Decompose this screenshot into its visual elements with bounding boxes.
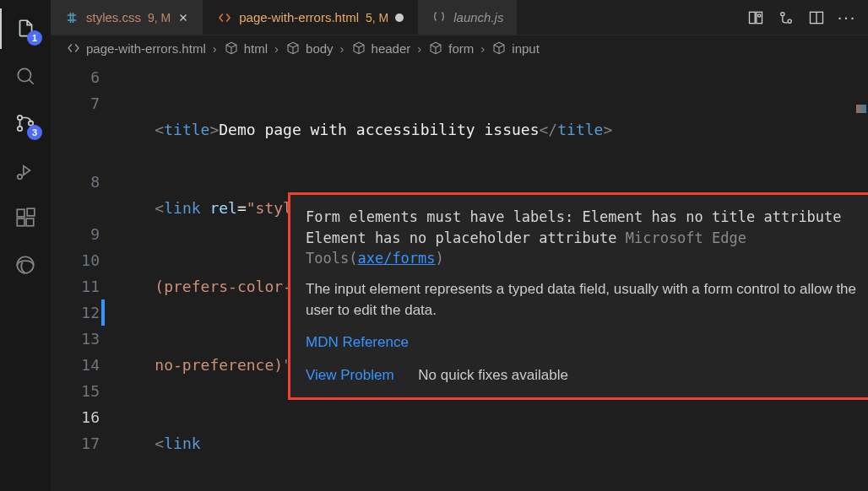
close-icon[interactable] [177, 12, 189, 24]
tab-status: 5, M [366, 11, 388, 24]
svg-rect-10 [27, 208, 35, 216]
t: > [209, 121, 219, 138]
activity-run-debug[interactable] [5, 150, 46, 191]
activity-search[interactable] [5, 56, 46, 96]
breadcrumb-label: page-with-errors.html [86, 41, 206, 56]
line-number: 9 [51, 221, 100, 247]
split-editor-icon[interactable] [807, 8, 826, 27]
tab-label: launch.js [453, 10, 503, 24]
t: > [603, 121, 612, 138]
json-file-icon [431, 10, 447, 25]
line-number: 8 [51, 169, 100, 221]
svg-point-18 [788, 19, 791, 23]
debug-icon [14, 159, 36, 181]
t: title [164, 121, 209, 138]
diagnostic-message: Form elements must have labels: Element … [306, 207, 868, 269]
cube-icon [428, 40, 443, 56]
cube-icon [351, 40, 366, 56]
activity-extensions[interactable] [5, 197, 46, 238]
activity-bar: 1 3 [0, 0, 51, 491]
breadcrumb-item[interactable]: body [285, 40, 334, 56]
breadcrumb: page-with-errors.html › html › body › he… [51, 35, 868, 61]
open-preview-icon[interactable] [746, 8, 765, 27]
unsaved-dot-icon[interactable] [395, 13, 404, 22]
svg-marker-5 [24, 166, 30, 175]
line-number: 7 [51, 90, 100, 169]
t: rel [201, 199, 237, 217]
tab-label: styles.css [86, 10, 141, 24]
line-number: 10 [51, 247, 100, 273]
tab-page-with-errors[interactable]: page-with-errors.html 5, M [203, 0, 418, 35]
minimap-content [856, 105, 866, 113]
tab-styles-css[interactable]: styles.css 9, M [51, 0, 203, 35]
search-icon [14, 65, 36, 87]
breadcrumb-label: html [244, 41, 268, 56]
extensions-icon [14, 207, 36, 229]
more-actions-icon[interactable]: ··· [838, 8, 856, 27]
t: Demo page with accessibility issues [219, 121, 539, 138]
tab-status: 9, M [148, 11, 171, 24]
t: ) [436, 250, 444, 267]
t: ( [349, 250, 357, 267]
line-number: 14 [51, 352, 100, 378]
svg-point-11 [17, 256, 34, 273]
tab-bar: styles.css 9, M page-with-errors.html 5,… [51, 0, 868, 35]
line-number: 16 [51, 404, 100, 430]
svg-point-2 [18, 116, 22, 120]
t: = [237, 199, 247, 217]
svg-point-3 [18, 127, 22, 131]
line-number: 6 [51, 64, 100, 90]
t: < [155, 199, 164, 217]
t: no-preference) [155, 356, 283, 374]
scm-badge: 3 [27, 125, 42, 140]
svg-rect-8 [17, 219, 24, 226]
breadcrumb-item[interactable]: html [224, 40, 268, 56]
chevron-right-icon: › [480, 41, 485, 56]
line-number: 12 [51, 299, 100, 326]
diagnostic-text: Form elements must have labels: Element … [306, 208, 842, 246]
svg-rect-7 [17, 209, 24, 217]
breadcrumb-label: input [512, 41, 540, 56]
svg-point-6 [18, 175, 22, 179]
tab-actions: ··· [735, 0, 868, 35]
t: title [557, 121, 603, 138]
no-quick-fix-text: No quick fixes available [418, 367, 568, 383]
css-file-icon [64, 10, 79, 25]
editor-area: styles.css 9, M page-with-errors.html 5,… [51, 0, 868, 491]
chevron-right-icon: › [340, 41, 344, 56]
activity-edge-tools[interactable] [5, 245, 46, 285]
activity-explorer[interactable]: 1 [5, 8, 46, 49]
tab-launch-js[interactable]: launch.js [418, 0, 518, 35]
svg-line-1 [29, 79, 33, 84]
compare-icon[interactable] [777, 8, 795, 27]
breadcrumb-label: form [448, 41, 474, 56]
line-number: 13 [51, 326, 100, 352]
breadcrumb-item[interactable]: input [491, 40, 540, 56]
cube-icon [224, 40, 239, 56]
activity-source-control[interactable]: 3 [5, 103, 46, 143]
breadcrumb-item[interactable]: page-with-errors.html [66, 40, 206, 56]
breadcrumb-item[interactable]: header [351, 40, 411, 56]
t: </ [540, 121, 558, 138]
line-number: 15 [51, 378, 100, 404]
breadcrumb-label: body [306, 41, 334, 56]
breadcrumb-label: header [372, 41, 411, 56]
t: < [155, 434, 164, 452]
chevron-right-icon: › [213, 41, 217, 56]
mdn-reference-link[interactable]: MDN Reference [306, 334, 409, 350]
code-icon [66, 40, 81, 56]
view-problem-link[interactable]: View Problem [306, 367, 394, 383]
svg-point-16 [758, 13, 761, 16]
line-gutter: 6 7 8 9 10 11 12 13 14 15 16 17 [51, 61, 118, 491]
cube-icon [491, 40, 507, 56]
svg-rect-14 [750, 12, 756, 23]
gutter-decoration [101, 299, 105, 326]
svg-point-17 [781, 12, 784, 15]
line-number: 17 [51, 430, 100, 456]
diagnostic-hover: Form elements must have labels: Element … [288, 192, 868, 400]
diagnostic-rule-link[interactable]: axe/forms [357, 250, 435, 267]
edge-icon [14, 254, 36, 276]
chevron-right-icon: › [417, 41, 421, 56]
breadcrumb-item[interactable]: form [428, 40, 474, 56]
element-description: The input element represents a typed dat… [306, 279, 868, 321]
